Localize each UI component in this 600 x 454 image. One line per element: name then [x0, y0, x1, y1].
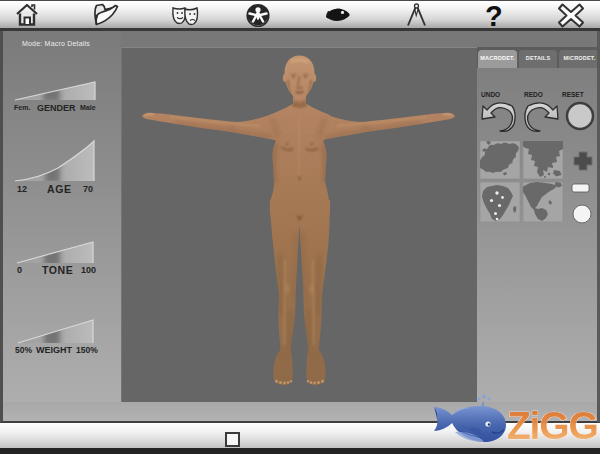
svg-text:ZiGG: ZiGG — [507, 404, 598, 447]
